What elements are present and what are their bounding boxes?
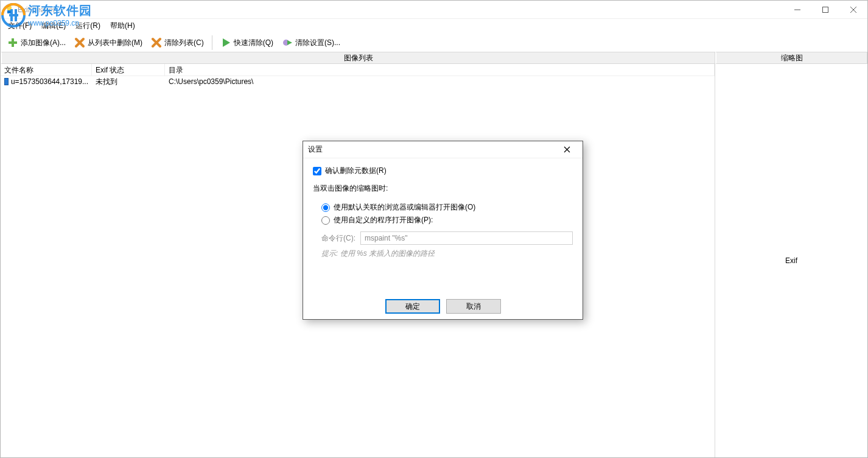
cell-filename: u=1573503644,17319... <box>11 77 88 86</box>
add-images-button[interactable]: 添加图像(A)... <box>3 35 70 50</box>
quick-clean-button[interactable]: 快速清除(Q) <box>216 35 278 50</box>
svg-rect-7 <box>9 41 17 44</box>
cmd-label: 命令行(C): <box>321 233 355 244</box>
clear-list-label: 清除列表(C) <box>164 38 204 48</box>
col-directory[interactable]: 目录 <box>165 64 715 76</box>
gear-play-icon <box>282 37 293 48</box>
cell-status: 未找到 <box>92 77 165 87</box>
on-dblclick-label: 当双击图像的缩略图时: <box>313 183 573 194</box>
app-icon <box>4 5 14 15</box>
app-title: ExifCleaner <box>18 5 55 14</box>
radio-open-default-input[interactable] <box>321 203 330 212</box>
ok-button[interactable]: 确定 <box>385 299 440 314</box>
menu-file[interactable]: 文件(F) <box>3 19 37 32</box>
dialog-close-button[interactable] <box>556 143 578 157</box>
clear-list-button[interactable]: 清除列表(C) <box>147 35 208 50</box>
thumbnail-body: Exif <box>715 64 867 457</box>
clean-settings-button[interactable]: 清除设置(S)... <box>278 35 345 50</box>
clear-icon <box>151 37 162 48</box>
minimize-button[interactable] <box>783 1 811 19</box>
list-header: 文件名称 Exif 状态 目录 <box>1 64 715 76</box>
cmd-hint: 提示: 使用 %s 来插入的图像的路径 <box>313 245 573 259</box>
col-filename[interactable]: 文件名称 <box>1 64 92 76</box>
radio-open-default[interactable]: 使用默认关联的浏览器或编辑器打开图像(O) <box>321 202 573 213</box>
close-button[interactable] <box>839 1 867 19</box>
radio-open-custom-label: 使用自定义的程序打开图像(P): <box>334 215 433 225</box>
menu-bar: 文件(F) 编辑(E) 运行(R) 帮助(H) <box>1 19 867 32</box>
svg-rect-1 <box>7 10 11 13</box>
remove-icon <box>74 37 85 48</box>
panel-header-thumbnail: 缩略图 <box>715 52 867 64</box>
cell-dir: C:\Users\pc0359\Pictures\ <box>165 77 715 86</box>
toolbar-separator <box>212 35 212 50</box>
exif-text: Exif <box>785 256 797 265</box>
add-icon <box>7 37 18 48</box>
cancel-button[interactable]: 取消 <box>446 299 501 314</box>
add-images-label: 添加图像(A)... <box>21 38 66 48</box>
radio-open-default-label: 使用默认关联的浏览器或编辑器打开图像(O) <box>334 202 475 213</box>
toolbar: 添加图像(A)... 从列表中删除(M) 清除列表(C) 快速清除(Q) 清除设… <box>1 32 867 52</box>
col-exif-status[interactable]: Exif 状态 <box>92 64 165 76</box>
quick-clean-label: 快速清除(Q) <box>234 38 273 48</box>
remove-from-list-label: 从列表中删除(M) <box>88 38 142 48</box>
menu-help[interactable]: 帮助(H) <box>105 19 140 32</box>
file-icon <box>4 78 9 85</box>
panel-header-image-list: 图像列表 <box>1 52 715 64</box>
thumbnail-panel: Exif <box>715 64 867 457</box>
maximize-button[interactable] <box>811 1 839 19</box>
confirm-remove-label: 确认删除元数据(R) <box>325 166 387 176</box>
table-row[interactable]: u=1573503644,17319... 未找到 C:\Users\pc035… <box>1 76 715 87</box>
cmd-input <box>360 231 573 245</box>
confirm-remove-checkbox[interactable]: 确认删除元数据(R) <box>313 166 573 176</box>
remove-from-list-button[interactable]: 从列表中删除(M) <box>70 35 147 50</box>
dialog-title-bar[interactable]: 设置 <box>303 141 583 158</box>
title-bar: ExifCleaner <box>1 1 867 19</box>
play-icon <box>220 37 231 48</box>
settings-dialog: 设置 确认删除元数据(R) 当双击图像的缩略图时: 使用默认关联的浏览器或编辑器… <box>303 141 583 320</box>
radio-open-custom-input[interactable] <box>321 216 330 225</box>
dialog-title: 设置 <box>308 144 323 155</box>
radio-open-custom[interactable]: 使用自定义的程序打开图像(P): <box>321 215 573 225</box>
svg-point-0 <box>7 5 12 10</box>
clean-settings-label: 清除设置(S)... <box>295 38 340 48</box>
menu-edit[interactable]: 编辑(E) <box>37 19 71 32</box>
svg-marker-12 <box>223 38 230 47</box>
confirm-remove-input[interactable] <box>313 167 321 175</box>
menu-run[interactable]: 运行(R) <box>71 19 105 32</box>
svg-rect-3 <box>823 7 828 13</box>
svg-marker-14 <box>287 40 292 45</box>
